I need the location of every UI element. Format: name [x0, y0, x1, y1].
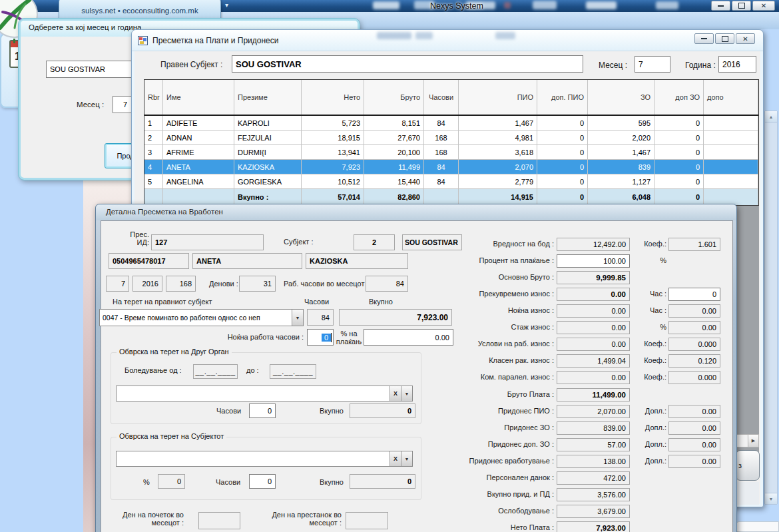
payroll-titlebar[interactable]: Пресметка на Плати и Придонеси ✕ [132, 30, 763, 51]
pres-id-label: Прес.ИД: [116, 230, 149, 246]
calc-sub-label: Допл.: [630, 423, 666, 431]
maximize-button[interactable] [715, 33, 734, 44]
dropdown-button[interactable]: ▼ [292, 310, 303, 326]
grid-cell: 168 [424, 131, 459, 145]
dropdown-button[interactable]: ▼ [401, 386, 412, 401]
minimize-icon [701, 38, 707, 39]
scroll-down-button[interactable]: ▼ [765, 493, 777, 504]
scroll-down-icon: ▼ [769, 497, 774, 501]
hours-label: Часови [216, 478, 240, 486]
tab-menu-icon[interactable]: ▾ [225, 1, 228, 9]
glass-blob [533, 1, 557, 9]
calc-sub-label: % [630, 256, 666, 264]
grid-cell: KAPROLI [234, 116, 302, 131]
calc-sub-field[interactable]: 0 [668, 288, 720, 301]
pct-pay-input[interactable]: 0.00 [364, 329, 453, 346]
grid-cell: 0 [654, 116, 704, 131]
sick-to-input[interactable]: __.__.____ [270, 364, 316, 379]
scroll-up-button[interactable]: ▲ [765, 111, 777, 123]
maximize-button[interactable] [732, 1, 751, 11]
calc-label: Ком. паралел. износ : [442, 373, 554, 381]
partial-side-button[interactable]: з [736, 450, 760, 481]
table-row[interactable]: 1ADIFETEKAPROLI5,7238,151841,46705950 [144, 116, 758, 131]
grid-cell: 57,014 [302, 189, 364, 205]
grid-cell: 2,020 [588, 131, 654, 145]
detail-titlebar[interactable]: Детална Пресметка на Вработен [96, 204, 736, 220]
calc-value-field: 0.00 [557, 338, 630, 351]
minimize-button[interactable] [694, 33, 714, 44]
hours-input[interactable]: 0 [249, 403, 276, 418]
close-button[interactable]: ✕ [736, 33, 755, 44]
table-row[interactable]: 5ANGELINAGORGIESKA10,51215,440842,77901,… [144, 174, 758, 189]
embg-field: 0504965478017 [109, 253, 189, 269]
clear-button[interactable]: X [390, 451, 401, 466]
end-day-field[interactable] [346, 512, 388, 529]
grid-cell: 15,440 [364, 174, 424, 189]
grid-cell: ADIFETE [163, 116, 234, 131]
start-day-label: Ден на почеток вомесецот : [107, 511, 184, 527]
table-row[interactable]: 4ANETAKAZIOSKA7,92311,499842,07008390 [144, 160, 758, 174]
minimize-button[interactable] [711, 1, 730, 11]
background-panel-corner [736, 521, 779, 532]
month-field[interactable]: 7 [635, 56, 670, 73]
calc-label: Придонес вработување : [442, 457, 554, 465]
clear-button[interactable]: X [390, 386, 401, 401]
grid-cell [704, 160, 758, 174]
grid-cell [704, 189, 758, 205]
other-organ-combobox[interactable]: X ▼ [116, 386, 413, 401]
calc-sub-label: Допл.: [630, 457, 666, 465]
glass-blob [373, 1, 399, 9]
grid-hscrollbar[interactable]: ▶ [736, 434, 759, 447]
calc-sub-label: % [630, 323, 666, 331]
table-row[interactable]: 3AFRIMEDURMI{I13,94120,1001683,61801,467… [144, 145, 758, 160]
mdi-vscrollbar[interactable]: ▲ ▼ [764, 111, 778, 505]
grid-cell: 11,499 [364, 160, 424, 174]
restore-icon [738, 3, 745, 9]
hours-input[interactable]: 0 [249, 474, 276, 489]
year-field[interactable]: 2016 [718, 56, 756, 73]
grid-cell: 1 [144, 116, 163, 131]
grid-header-cell: ЗО [588, 80, 654, 115]
night-hours-input[interactable]: 0 [307, 329, 334, 346]
calc-value-field[interactable]: 100.00 [557, 254, 630, 268]
calc-value-field: 9,999.85 [557, 271, 630, 284]
sick-from-input[interactable]: __.__.____ [193, 364, 238, 379]
scroll-right-button[interactable]: ▶ [748, 435, 758, 447]
grid-header-row: RbrИмеПрезимеНетоБрутоЧасовиПИОдоп. ПИОЗ… [144, 80, 758, 116]
calc-label: Ослободување : [442, 507, 554, 515]
clear-icon: X [393, 390, 397, 397]
dropdown-button[interactable]: ▼ [401, 451, 412, 466]
start-day-field[interactable] [198, 512, 240, 529]
calc-value-field: 3,679.00 [557, 505, 630, 518]
main-window-title: Nexys System [430, 1, 483, 11]
group-title: Обврска на терет на Друг Орган [117, 348, 232, 356]
grid-cell: 2 [144, 131, 163, 145]
grid-total-row: Вкупно :57,01482,86014,91506,0480 [144, 189, 758, 205]
grid-cell: ADNAN [163, 131, 234, 145]
close-button[interactable]: ✕ [752, 1, 775, 11]
grid-header-cell: Презиме [234, 80, 302, 115]
table-row[interactable]: 2ADNANFEJZULAI18,91527,6701684,98102,020… [144, 131, 758, 145]
minimize-icon [718, 5, 724, 7]
calc-label: Придонес ЗО : [442, 423, 554, 431]
payroll-title: Пресметка на Плати и Придонеси [152, 36, 278, 45]
browser-tab[interactable]: sulsys.net • ecoconsulting.com.mk [59, 0, 221, 19]
grid-cell [704, 174, 758, 189]
days-field: 31 [239, 276, 276, 292]
payroll-grid: RbrИмеПрезимеНетоБрутоЧасовиПИОдоп. ПИОЗ… [144, 79, 759, 206]
grid-header-cell: Нето [302, 80, 364, 115]
grid-cell: 1,467 [459, 116, 537, 131]
subject-burden-combobox[interactable]: X ▼ [116, 451, 413, 467]
glass-blob [586, 1, 617, 9]
work-type-combobox[interactable]: 0047 - Време поминато во работен однос с… [99, 309, 304, 326]
calc-label: Услови на раб. износ : [442, 340, 554, 348]
grid-cell: ANETA [163, 160, 234, 174]
sick-from-label: Боледување од : [125, 366, 182, 374]
pct-pay-label: % наплаќањ [336, 330, 362, 346]
subject-field[interactable]: SOU GOSTIVAR [232, 55, 583, 73]
grid-cell [704, 145, 758, 160]
calc-value-field: 12,492.00 [557, 238, 630, 251]
grid-cell: 14,915 [459, 189, 537, 205]
total-field: 0 [350, 474, 415, 489]
winforms-app-icon [138, 36, 148, 45]
